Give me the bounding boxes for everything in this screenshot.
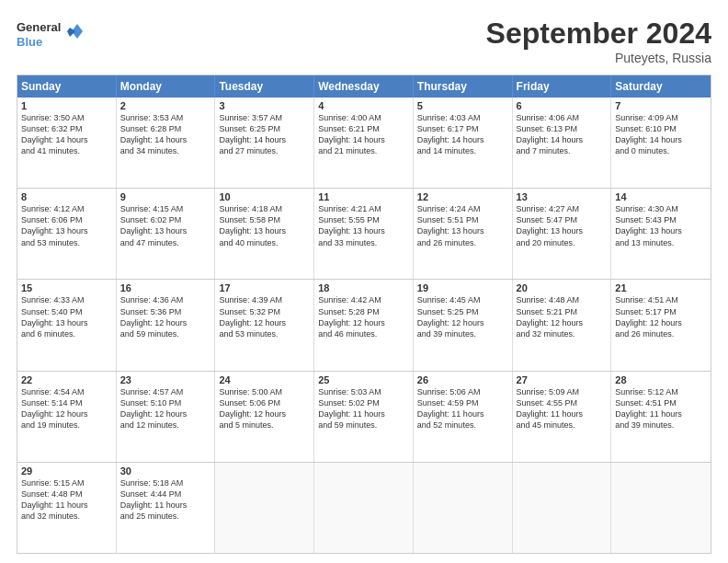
svg-text:General: General [17, 20, 61, 34]
calendar-cell-4-5 [513, 463, 612, 553]
day-number: 1 [21, 100, 112, 111]
day-info: Sunrise: 4:39 AM Sunset: 5:32 PM Dayligh… [219, 294, 310, 339]
day-info: Sunrise: 4:00 AM Sunset: 6:21 PM Dayligh… [318, 112, 409, 157]
day-info: Sunrise: 3:53 AM Sunset: 6:28 PM Dayligh… [120, 112, 211, 157]
week-row-1: 1Sunrise: 3:50 AM Sunset: 6:32 PM Daylig… [17, 98, 711, 188]
day-info: Sunrise: 5:06 AM Sunset: 4:59 PM Dayligh… [417, 386, 508, 431]
calendar-cell-1-2: 10Sunrise: 4:18 AM Sunset: 5:58 PM Dayli… [215, 189, 314, 279]
day-number: 8 [21, 191, 112, 202]
day-number: 4 [318, 100, 409, 111]
calendar-cell-2-5: 20Sunrise: 4:48 AM Sunset: 5:21 PM Dayli… [513, 280, 612, 370]
day-number: 22 [21, 374, 112, 385]
header-thursday: Thursday [414, 75, 513, 98]
calendar-cell-1-0: 8Sunrise: 4:12 AM Sunset: 6:06 PM Daylig… [17, 189, 117, 279]
header-saturday: Saturday [611, 75, 711, 98]
day-info: Sunrise: 4:30 AM Sunset: 5:43 PM Dayligh… [615, 203, 707, 248]
header-friday: Friday [513, 75, 612, 98]
day-info: Sunrise: 5:09 AM Sunset: 4:55 PM Dayligh… [517, 386, 608, 431]
day-number: 26 [417, 374, 508, 385]
header-wednesday: Wednesday [314, 75, 414, 98]
day-info: Sunrise: 4:36 AM Sunset: 5:36 PM Dayligh… [120, 294, 211, 339]
calendar-cell-1-3: 11Sunrise: 4:21 AM Sunset: 5:55 PM Dayli… [314, 189, 414, 279]
calendar-cell-0-4: 5Sunrise: 4:03 AM Sunset: 6:17 PM Daylig… [414, 98, 513, 188]
day-info: Sunrise: 4:12 AM Sunset: 6:06 PM Dayligh… [21, 203, 112, 248]
calendar-cell-3-6: 28Sunrise: 5:12 AM Sunset: 4:51 PM Dayli… [611, 372, 711, 462]
day-number: 14 [615, 191, 707, 202]
calendar-cell-0-3: 4Sunrise: 4:00 AM Sunset: 6:21 PM Daylig… [314, 98, 414, 188]
location: Puteyets, Russia [486, 51, 711, 65]
calendar-cell-3-0: 22Sunrise: 4:54 AM Sunset: 5:14 PM Dayli… [17, 372, 117, 462]
logo: General Blue [17, 17, 83, 53]
day-number: 10 [219, 191, 310, 202]
logo-svg: General Blue [17, 17, 83, 53]
day-info: Sunrise: 4:18 AM Sunset: 5:58 PM Dayligh… [219, 203, 310, 248]
header-tuesday: Tuesday [215, 75, 314, 98]
week-row-2: 8Sunrise: 4:12 AM Sunset: 6:06 PM Daylig… [17, 188, 711, 279]
calendar: Sunday Monday Tuesday Wednesday Thursday… [17, 75, 711, 554]
day-info: Sunrise: 4:45 AM Sunset: 5:25 PM Dayligh… [417, 294, 508, 339]
day-info: Sunrise: 5:15 AM Sunset: 4:48 PM Dayligh… [21, 477, 112, 523]
calendar-cell-1-5: 13Sunrise: 4:27 AM Sunset: 5:47 PM Dayli… [513, 189, 612, 279]
calendar-cell-0-2: 3Sunrise: 3:57 AM Sunset: 6:25 PM Daylig… [215, 98, 314, 188]
calendar-cell-2-1: 16Sunrise: 4:36 AM Sunset: 5:36 PM Dayli… [117, 280, 216, 370]
title-block: September 2024 Puteyets, Russia [486, 17, 711, 65]
day-info: Sunrise: 4:24 AM Sunset: 5:51 PM Dayligh… [417, 203, 508, 248]
day-number: 12 [417, 191, 508, 202]
calendar-cell-2-4: 19Sunrise: 4:45 AM Sunset: 5:25 PM Dayli… [414, 280, 513, 370]
day-info: Sunrise: 4:57 AM Sunset: 5:10 PM Dayligh… [120, 386, 211, 431]
day-number: 3 [219, 100, 310, 111]
calendar-cell-3-1: 23Sunrise: 4:57 AM Sunset: 5:10 PM Dayli… [117, 372, 216, 462]
day-info: Sunrise: 4:03 AM Sunset: 6:17 PM Dayligh… [417, 112, 508, 157]
calendar-cell-3-2: 24Sunrise: 5:00 AM Sunset: 5:06 PM Dayli… [215, 372, 314, 462]
week-row-3: 15Sunrise: 4:33 AM Sunset: 5:40 PM Dayli… [17, 279, 711, 370]
header-monday: Monday [117, 75, 216, 98]
day-info: Sunrise: 4:54 AM Sunset: 5:14 PM Dayligh… [21, 386, 112, 431]
month-title: September 2024 [486, 17, 711, 51]
header-sunday: Sunday [17, 75, 117, 98]
calendar-cell-3-4: 26Sunrise: 5:06 AM Sunset: 4:59 PM Dayli… [414, 372, 513, 462]
calendar-cell-0-0: 1Sunrise: 3:50 AM Sunset: 6:32 PM Daylig… [17, 98, 117, 188]
svg-text:Blue: Blue [17, 35, 42, 49]
day-info: Sunrise: 4:21 AM Sunset: 5:55 PM Dayligh… [318, 203, 409, 248]
day-info: Sunrise: 5:18 AM Sunset: 4:44 PM Dayligh… [120, 477, 211, 523]
day-info: Sunrise: 5:12 AM Sunset: 4:51 PM Dayligh… [615, 386, 707, 431]
calendar-cell-1-6: 14Sunrise: 4:30 AM Sunset: 5:43 PM Dayli… [611, 189, 711, 279]
day-number: 6 [517, 100, 608, 111]
calendar-cell-1-1: 9Sunrise: 4:15 AM Sunset: 6:02 PM Daylig… [117, 189, 216, 279]
day-number: 23 [120, 374, 211, 385]
day-number: 17 [219, 282, 310, 293]
header: General Blue September 2024 Puteyets, Ru… [17, 17, 711, 65]
day-number: 13 [517, 191, 608, 202]
day-info: Sunrise: 3:50 AM Sunset: 6:32 PM Dayligh… [21, 112, 112, 157]
day-number: 11 [318, 191, 409, 202]
calendar-cell-2-3: 18Sunrise: 4:42 AM Sunset: 5:28 PM Dayli… [314, 280, 414, 370]
day-info: Sunrise: 4:06 AM Sunset: 6:13 PM Dayligh… [517, 112, 608, 157]
day-number: 18 [318, 282, 409, 293]
week-row-4: 22Sunrise: 4:54 AM Sunset: 5:14 PM Dayli… [17, 371, 711, 462]
calendar-cell-4-0: 29Sunrise: 5:15 AM Sunset: 4:48 PM Dayli… [17, 463, 117, 553]
day-info: Sunrise: 4:09 AM Sunset: 6:10 PM Dayligh… [615, 112, 707, 157]
calendar-header: Sunday Monday Tuesday Wednesday Thursday… [17, 75, 711, 98]
week-row-5: 29Sunrise: 5:15 AM Sunset: 4:48 PM Dayli… [17, 462, 711, 553]
day-number: 9 [120, 191, 211, 202]
day-number: 7 [615, 100, 707, 111]
calendar-cell-4-3 [314, 463, 414, 553]
calendar-cell-3-3: 25Sunrise: 5:03 AM Sunset: 5:02 PM Dayli… [314, 372, 414, 462]
calendar-body: 1Sunrise: 3:50 AM Sunset: 6:32 PM Daylig… [17, 98, 711, 553]
day-info: Sunrise: 5:00 AM Sunset: 5:06 PM Dayligh… [219, 386, 310, 431]
calendar-cell-0-5: 6Sunrise: 4:06 AM Sunset: 6:13 PM Daylig… [513, 98, 612, 188]
day-info: Sunrise: 4:42 AM Sunset: 5:28 PM Dayligh… [318, 294, 409, 339]
day-number: 16 [120, 282, 211, 293]
calendar-cell-4-4 [414, 463, 513, 553]
day-info: Sunrise: 4:15 AM Sunset: 6:02 PM Dayligh… [120, 203, 211, 248]
day-info: Sunrise: 3:57 AM Sunset: 6:25 PM Dayligh… [219, 112, 310, 157]
calendar-cell-2-2: 17Sunrise: 4:39 AM Sunset: 5:32 PM Dayli… [215, 280, 314, 370]
page: General Blue September 2024 Puteyets, Ru… [0, 0, 728, 563]
calendar-cell-3-5: 27Sunrise: 5:09 AM Sunset: 4:55 PM Dayli… [513, 372, 612, 462]
calendar-cell-1-4: 12Sunrise: 4:24 AM Sunset: 5:51 PM Dayli… [414, 189, 513, 279]
day-number: 19 [417, 282, 508, 293]
day-info: Sunrise: 4:27 AM Sunset: 5:47 PM Dayligh… [517, 203, 608, 248]
day-info: Sunrise: 4:51 AM Sunset: 5:17 PM Dayligh… [615, 294, 707, 339]
day-number: 28 [615, 374, 707, 385]
calendar-cell-4-6 [611, 463, 711, 553]
